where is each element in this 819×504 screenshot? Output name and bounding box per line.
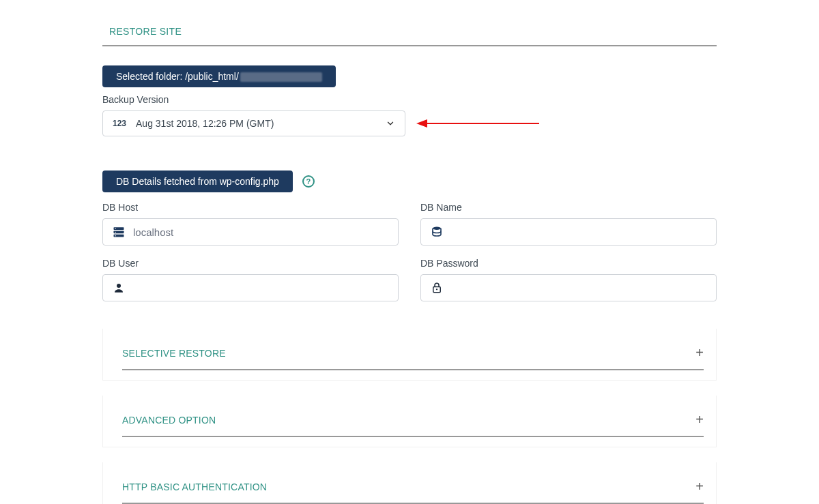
redacted-folder-name xyxy=(240,72,322,82)
db-details-badge: DB Details fetched from wp-config.php xyxy=(102,171,293,192)
plus-icon: + xyxy=(695,412,704,428)
svg-point-8 xyxy=(433,227,441,231)
db-password-input-wrapper[interactable] xyxy=(420,274,717,301)
restore-site-heading: RESTORE SITE xyxy=(102,20,717,46)
db-host-input[interactable] xyxy=(133,226,388,238)
db-password-label: DB Password xyxy=(420,258,717,269)
server-icon xyxy=(113,226,125,238)
selected-folder-prefix: Selected folder: xyxy=(116,71,185,82)
svg-point-9 xyxy=(117,284,121,288)
database-icon xyxy=(431,226,443,238)
svg-marker-1 xyxy=(416,119,427,128)
annotation-arrow-icon xyxy=(416,119,539,128)
backup-version-number: 123 xyxy=(113,119,126,128)
advanced-option-title: ADVANCED OPTION xyxy=(122,415,216,426)
db-host-input-wrapper[interactable] xyxy=(102,218,399,246)
chevron-down-icon xyxy=(386,119,395,128)
db-name-label: DB Name xyxy=(420,202,717,213)
selective-restore-accordion[interactable]: SELECTIVE RESTORE + xyxy=(122,338,704,370)
db-user-label: DB User xyxy=(102,258,399,269)
db-name-input-wrapper[interactable] xyxy=(420,218,717,246)
plus-icon: + xyxy=(695,345,704,361)
svg-point-11 xyxy=(436,288,437,290)
help-icon[interactable]: ? xyxy=(302,175,315,188)
user-icon xyxy=(113,282,125,294)
selected-folder-path: /public_html/ xyxy=(185,71,239,82)
svg-point-7 xyxy=(115,235,116,237)
svg-point-6 xyxy=(115,232,116,233)
plus-icon: + xyxy=(695,479,704,494)
backup-version-text: Aug 31st 2018, 12:26 PM (GMT) xyxy=(136,118,376,129)
backup-version-label: Backup Version xyxy=(102,94,717,105)
selective-restore-title: SELECTIVE RESTORE xyxy=(122,348,226,359)
db-name-input[interactable] xyxy=(451,226,706,238)
backup-version-select[interactable]: 123 Aug 31st 2018, 12:26 PM (GMT) xyxy=(102,110,405,136)
selected-folder-badge: Selected folder: /public_html/ xyxy=(102,65,336,87)
http-basic-auth-title: HTTP BASIC AUTHENTICATION xyxy=(122,481,267,492)
http-basic-auth-accordion[interactable]: HTTP BASIC AUTHENTICATION + xyxy=(122,472,704,504)
db-user-input-wrapper[interactable] xyxy=(102,274,399,301)
db-user-input[interactable] xyxy=(133,282,388,294)
db-host-label: DB Host xyxy=(102,202,399,213)
db-password-input[interactable] xyxy=(451,282,706,294)
svg-point-5 xyxy=(115,228,116,230)
lock-icon xyxy=(431,282,443,294)
advanced-option-accordion[interactable]: ADVANCED OPTION + xyxy=(122,405,704,437)
